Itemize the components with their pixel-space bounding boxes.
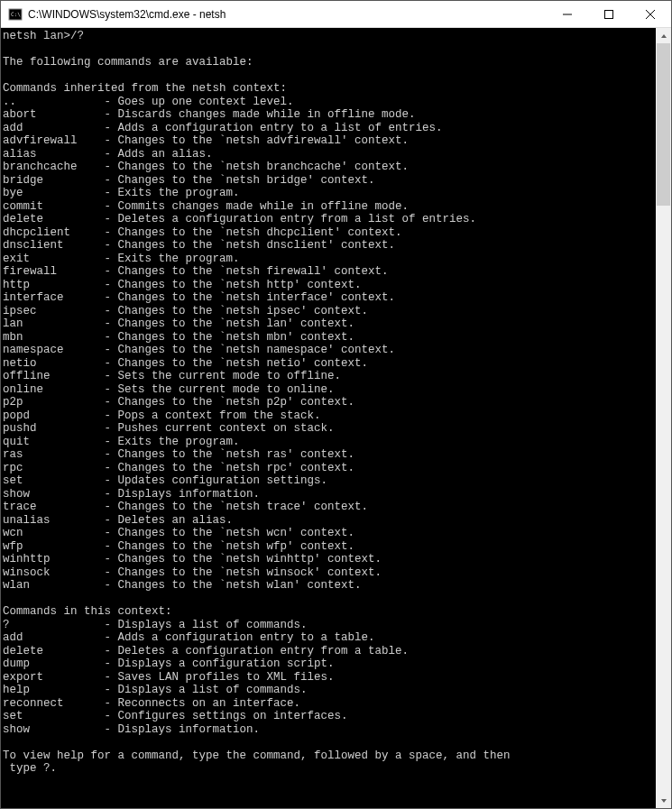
maximize-button[interactable] xyxy=(588,1,630,27)
scroll-thumb[interactable] xyxy=(657,43,670,206)
scroll-down-arrow[interactable] xyxy=(656,793,671,808)
scroll-up-arrow[interactable] xyxy=(656,28,671,43)
window-title: C:\WINDOWS\system32\cmd.exe - netsh xyxy=(28,8,547,21)
client-area: netsh lan>/? The following commands are … xyxy=(1,28,671,808)
svg-marker-7 xyxy=(661,799,667,803)
close-button[interactable] xyxy=(630,1,671,27)
vertical-scrollbar[interactable] xyxy=(656,28,671,808)
minimize-button[interactable] xyxy=(547,1,588,27)
cmd-window: C:\ C:\WINDOWS\system32\cmd.exe - netsh … xyxy=(0,0,672,809)
titlebar[interactable]: C:\ C:\WINDOWS\system32\cmd.exe - netsh xyxy=(1,1,671,28)
terminal-output[interactable]: netsh lan>/? The following commands are … xyxy=(1,28,656,808)
svg-marker-6 xyxy=(661,34,667,38)
scroll-track[interactable] xyxy=(656,43,671,793)
svg-text:C:\: C:\ xyxy=(11,11,21,17)
svg-rect-3 xyxy=(605,10,613,18)
cmd-icon: C:\ xyxy=(8,7,23,22)
window-controls xyxy=(547,1,671,27)
